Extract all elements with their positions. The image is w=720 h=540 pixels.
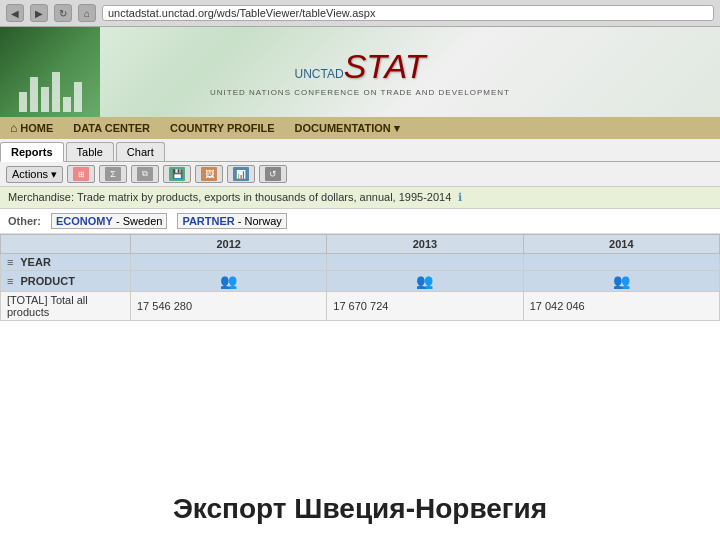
bar-chart-decoration <box>19 72 82 112</box>
actions-button[interactable]: Actions ▾ <box>6 166 63 183</box>
tab-table-label: Table <box>77 146 103 158</box>
bar1 <box>19 92 27 112</box>
chart-icon: 📊 <box>233 167 249 181</box>
toolbar: Actions ▾ ⊞ Σ ⧉ 💾 🖼 📊 ↺ <box>0 162 720 187</box>
refresh-data-icon: ↺ <box>265 167 281 181</box>
filter-economy[interactable]: ECONOMY - Sweden <box>51 213 167 229</box>
nav-bar: ⌂ HOME DATA CENTER COUNTRY PROFILE DOCUM… <box>0 117 720 139</box>
filter-economy-key: ECONOMY <box>56 215 113 227</box>
bar3 <box>41 87 49 112</box>
row-year-2012 <box>131 254 327 271</box>
row-year-label: ≡ YEAR <box>1 254 131 271</box>
nav-home[interactable]: ⌂ HOME <box>10 121 53 135</box>
browser-chrome: ◀ ▶ ↻ ⌂ unctadstat.unctad.org/wds/TableV… <box>0 0 720 27</box>
bar6 <box>74 82 82 112</box>
logo-subtitle: UNITED NATIONS CONFERENCE ON TRADE AND D… <box>210 88 510 97</box>
nav-home-label: HOME <box>20 122 53 134</box>
filter-partner-value: Norway <box>245 215 282 227</box>
row-product-label: ≡ PRODUCT <box>1 271 131 292</box>
toolbar-icon-1[interactable]: ⊞ <box>67 165 95 183</box>
row-total-label: [TOTAL] Total all products <box>1 292 131 321</box>
expand-product-icon: ≡ <box>7 275 13 287</box>
nav-data-center[interactable]: DATA CENTER <box>73 122 150 134</box>
nav-documentation-label: DOCUMENTATION ▾ <box>295 122 400 135</box>
data-table: 2012 2013 2014 ≡ YEAR ≡ <box>0 234 720 321</box>
home-icon: ⌂ <box>10 121 17 135</box>
tab-chart[interactable]: Chart <box>116 142 165 161</box>
table-row-product[interactable]: ≡ PRODUCT 👥 👥 👥 <box>1 271 720 292</box>
bar4 <box>52 72 60 112</box>
tab-reports-label: Reports <box>11 146 53 158</box>
toolbar-icon-7[interactable]: ↺ <box>259 165 287 183</box>
filter-partner[interactable]: PARTNER - Norway <box>177 213 286 229</box>
banner-decoration <box>0 27 100 117</box>
refresh-button[interactable]: ↻ <box>54 4 72 22</box>
nav-data-center-label: DATA CENTER <box>73 122 150 134</box>
row-year-2014 <box>523 254 719 271</box>
col-header-2014[interactable]: 2014 <box>523 235 719 254</box>
row-product-text: PRODUCT <box>20 275 74 287</box>
select-icon: ⊞ <box>73 167 89 181</box>
tab-chart-label: Chart <box>127 146 154 158</box>
filter-economy-dash: - <box>116 215 123 227</box>
image-icon: 🖼 <box>201 167 217 181</box>
tab-table[interactable]: Table <box>66 142 114 161</box>
logo-container: UNCTADSTAT UNITED NATIONS CONFERENCE ON … <box>210 47 510 97</box>
nav-country-profile-label: COUNTRY PROFILE <box>170 122 275 134</box>
row-total-2012: 17 546 280 <box>131 292 327 321</box>
expand-year-icon: ≡ <box>7 256 13 268</box>
col-header-2013[interactable]: 2013 <box>327 235 523 254</box>
tabs-row: Reports Table Chart <box>0 139 720 162</box>
toolbar-icon-3[interactable]: ⧉ <box>131 165 159 183</box>
save-icon: 💾 <box>169 167 185 181</box>
filter-row: Other: ECONOMY - Sweden PARTNER - Norway <box>0 209 720 234</box>
nav-country-profile[interactable]: COUNTRY PROFILE <box>170 122 275 134</box>
toolbar-icon-4[interactable]: 💾 <box>163 165 191 183</box>
filter-label: Other: <box>8 215 41 227</box>
nav-documentation[interactable]: DOCUMENTATION ▾ <box>295 122 400 135</box>
title-text: Merchandise: Trade matrix by products, e… <box>8 191 451 203</box>
table-row-total: [TOTAL] Total all products 17 546 280 17… <box>1 292 720 321</box>
table-row-year[interactable]: ≡ YEAR <box>1 254 720 271</box>
row-total-text: [TOTAL] Total all products <box>7 294 88 318</box>
back-button[interactable]: ◀ <box>6 4 24 22</box>
filter-partner-key: PARTNER <box>182 215 234 227</box>
forward-button[interactable]: ▶ <box>30 4 48 22</box>
row-year-text: YEAR <box>20 256 51 268</box>
actions-label: Actions ▾ <box>12 168 57 181</box>
col-header-2012[interactable]: 2012 <box>131 235 327 254</box>
sigma-icon: Σ <box>105 167 121 181</box>
logo-unctad-text: UNCTAD <box>295 67 344 81</box>
col-header-dim <box>1 235 131 254</box>
bar2 <box>30 77 38 112</box>
title-bar: Merchandise: Trade matrix by products, e… <box>0 187 720 209</box>
toolbar-icon-5[interactable]: 🖼 <box>195 165 223 183</box>
copy-icon: ⧉ <box>137 167 153 181</box>
row-total-2014: 17 042 046 <box>523 292 719 321</box>
info-icon[interactable]: ℹ <box>458 191 462 203</box>
row-total-2013: 17 670 724 <box>327 292 523 321</box>
logo: UNCTADSTAT <box>295 47 426 86</box>
toolbar-icon-6[interactable]: 📊 <box>227 165 255 183</box>
tab-reports[interactable]: Reports <box>0 142 64 162</box>
toolbar-icon-2[interactable]: Σ <box>99 165 127 183</box>
row-product-2014: 👥 <box>523 271 719 292</box>
bar5 <box>63 97 71 112</box>
logo-stat-text: STAT <box>344 47 426 85</box>
bottom-caption: Экспорт Швеция-Норвегия <box>0 493 720 525</box>
table-container: 2012 2013 2014 ≡ YEAR ≡ <box>0 234 720 321</box>
address-bar[interactable]: unctadstat.unctad.org/wds/TableViewer/ta… <box>102 5 714 21</box>
filter-economy-value: Sweden <box>123 215 163 227</box>
row-product-2012: 👥 <box>131 271 327 292</box>
row-year-2013 <box>327 254 523 271</box>
home-button[interactable]: ⌂ <box>78 4 96 22</box>
row-product-2013: 👥 <box>327 271 523 292</box>
filter-partner-dash: - <box>238 215 245 227</box>
header-banner: UNCTADSTAT UNITED NATIONS CONFERENCE ON … <box>0 27 720 117</box>
